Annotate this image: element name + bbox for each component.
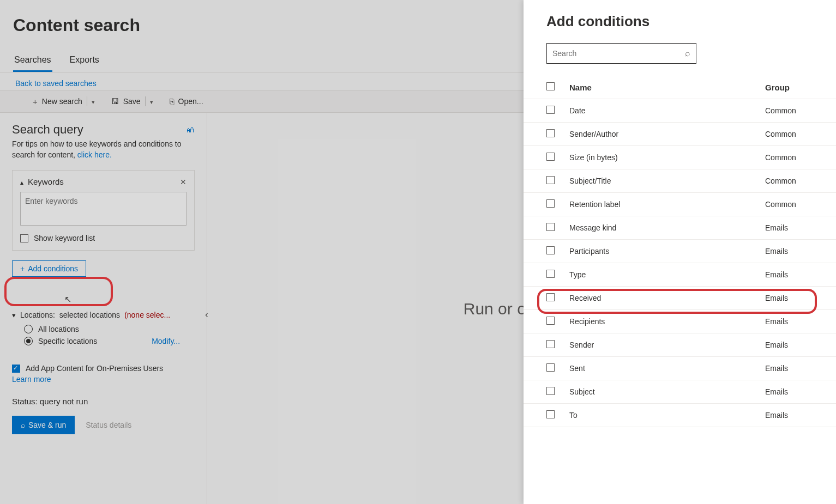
condition-name: Sender xyxy=(568,341,765,349)
condition-checkbox[interactable] xyxy=(546,106,555,114)
condition-row[interactable]: Subject/TitleCommon xyxy=(524,169,836,193)
locations-section: Locations: selected locations (none sele… xyxy=(12,311,195,345)
save-and-run-button[interactable]: Save & run xyxy=(12,416,75,434)
status-row: Status: query not run xyxy=(12,397,195,406)
condition-row[interactable]: TypeEmails xyxy=(524,263,836,287)
all-locations-label: All locations xyxy=(38,325,79,333)
status-details-link: Status details xyxy=(86,421,131,429)
condition-checkbox[interactable] xyxy=(546,270,555,278)
specific-locations-label: Specific locations xyxy=(38,337,97,345)
chevron-down-icon[interactable] xyxy=(92,97,95,106)
status-value: query not run xyxy=(40,397,88,406)
all-locations-radio[interactable] xyxy=(24,325,33,333)
new-search-button[interactable]: New search xyxy=(33,96,95,106)
search-icon xyxy=(21,421,25,429)
conditions-search-wrap xyxy=(546,43,696,64)
collapse-handle[interactable]: ‹ xyxy=(205,309,208,320)
condition-name: Subject/Title xyxy=(568,177,765,185)
condition-checkbox[interactable] xyxy=(546,387,555,395)
tip-link[interactable]: click here. xyxy=(77,150,112,159)
condition-name: Recipients xyxy=(568,317,765,326)
condition-checkbox[interactable] xyxy=(546,176,555,184)
keywords-input[interactable] xyxy=(20,192,187,226)
locations-label-prefix: Locations: xyxy=(20,311,55,319)
condition-checkbox[interactable] xyxy=(546,153,555,161)
close-icon[interactable] xyxy=(180,178,187,186)
condition-group: Emails xyxy=(765,411,836,420)
condition-row[interactable]: ReceivedEmails xyxy=(524,287,836,310)
condition-group: Emails xyxy=(765,317,836,326)
locations-label-mid: selected locations xyxy=(59,311,120,319)
add-conditions-label: Add conditions xyxy=(28,264,78,273)
keywords-header: Keywords xyxy=(28,177,64,186)
chevron-down-icon[interactable] xyxy=(12,311,16,319)
condition-checkbox[interactable] xyxy=(546,293,555,301)
condition-checkbox[interactable] xyxy=(546,223,555,231)
condition-name: Sent xyxy=(568,364,765,373)
chevron-up-icon[interactable] xyxy=(20,177,23,186)
open-button[interactable]: Open... xyxy=(170,97,203,106)
condition-group: Common xyxy=(765,106,836,115)
language-icon[interactable]: 🗚 xyxy=(186,125,195,135)
condition-row[interactable]: ToEmails xyxy=(524,404,836,427)
select-all-checkbox[interactable] xyxy=(546,82,555,90)
condition-name: Retention label xyxy=(568,200,765,209)
conditions-search-input[interactable] xyxy=(552,49,685,58)
plus-icon xyxy=(33,97,39,106)
condition-group: Common xyxy=(765,177,836,185)
condition-group: Emails xyxy=(765,387,836,396)
modify-link[interactable]: Modify... xyxy=(152,337,180,345)
search-query-title: Search query xyxy=(12,123,83,137)
tab-exports[interactable]: Exports xyxy=(69,51,100,72)
save-run-label: Save & run xyxy=(28,421,66,429)
keywords-card: Keywords Show keyword list xyxy=(12,170,195,251)
condition-row[interactable]: SenderEmails xyxy=(524,333,836,357)
condition-checkbox[interactable] xyxy=(546,246,555,254)
search-icon[interactable] xyxy=(685,48,690,58)
condition-row[interactable]: Size (in bytes)Common xyxy=(524,146,836,169)
add-conditions-button[interactable]: + Add conditions xyxy=(12,260,86,277)
condition-checkbox[interactable] xyxy=(546,340,555,348)
search-query-tip: For tips on how to use keywords and cond… xyxy=(12,139,195,160)
app-content-label: Add App Content for On-Premises Users xyxy=(26,364,163,373)
condition-row[interactable]: SentEmails xyxy=(524,357,836,380)
condition-checkbox[interactable] xyxy=(546,199,555,208)
specific-locations-radio[interactable] xyxy=(24,337,33,345)
back-to-saved-link[interactable]: Back to saved searches xyxy=(0,72,110,90)
condition-group: Emails xyxy=(765,223,836,232)
condition-row[interactable]: ParticipantsEmails xyxy=(524,240,836,263)
condition-group: Common xyxy=(765,200,836,209)
condition-row[interactable]: SubjectEmails xyxy=(524,380,836,404)
condition-name: To xyxy=(568,411,765,420)
show-keyword-list-checkbox[interactable] xyxy=(20,234,28,242)
app-content-checkbox[interactable] xyxy=(12,365,20,373)
condition-row[interactable]: Message kindEmails xyxy=(524,216,836,240)
conditions-header-row: Name Group xyxy=(524,76,836,99)
condition-checkbox[interactable] xyxy=(546,317,555,325)
condition-name: Type xyxy=(568,270,765,279)
condition-checkbox[interactable] xyxy=(546,129,555,137)
learn-more-link[interactable]: Learn more xyxy=(12,375,195,384)
condition-row[interactable]: RecipientsEmails xyxy=(524,310,836,333)
status-prefix: Status: xyxy=(12,397,40,406)
tab-searches[interactable]: Searches xyxy=(13,51,52,72)
save-label: Save xyxy=(123,97,141,106)
condition-name: Size (in bytes) xyxy=(568,153,765,162)
chevron-down-icon[interactable] xyxy=(150,97,153,106)
condition-checkbox[interactable] xyxy=(546,410,555,418)
show-keyword-list-label: Show keyword list xyxy=(34,234,95,242)
condition-row[interactable]: Sender/AuthorCommon xyxy=(524,123,836,146)
conditions-table: Name Group DateCommonSender/AuthorCommon… xyxy=(524,76,836,427)
new-search-label: New search xyxy=(42,97,82,106)
condition-row[interactable]: DateCommon xyxy=(524,99,836,123)
condition-group: Common xyxy=(765,153,836,162)
condition-row[interactable]: Retention labelCommon xyxy=(524,193,836,216)
save-button[interactable]: Save xyxy=(111,96,153,106)
condition-group: Emails xyxy=(765,270,836,279)
condition-checkbox[interactable] xyxy=(546,363,555,372)
condition-group: Emails xyxy=(765,247,836,256)
condition-group: Emails xyxy=(765,341,836,349)
search-query-pane: Search query 🗚 For tips on how to use ke… xyxy=(0,113,207,504)
condition-group: Emails xyxy=(765,364,836,373)
separator xyxy=(145,96,146,106)
